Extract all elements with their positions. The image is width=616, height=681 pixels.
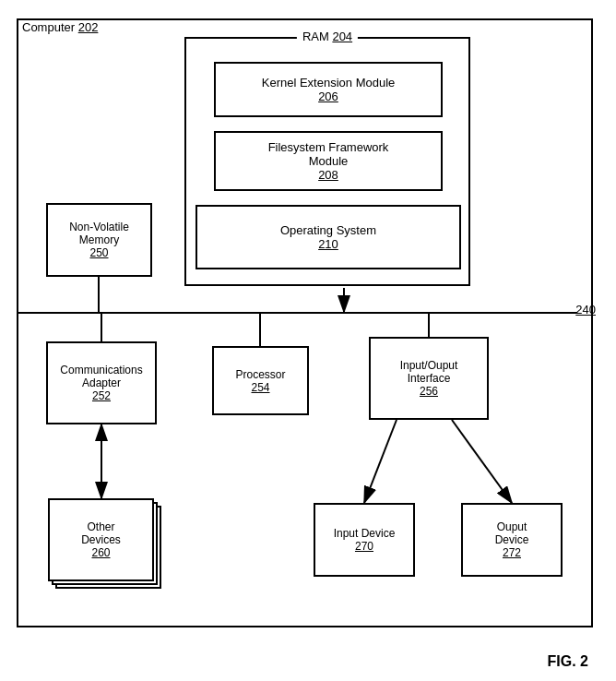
ram-num: 204: [332, 30, 352, 43]
io-text1: Input/Ouput: [400, 359, 458, 372]
other-devices-stack: Other Devices 260: [48, 498, 154, 581]
nvm-num: 250: [89, 246, 108, 259]
output-device-label: Ouput Device 272: [495, 520, 529, 559]
kernel-text: Kernel Extension Module: [262, 76, 396, 90]
input-device-num: 270: [355, 540, 373, 553]
diagram-container: Computer 202 RAM 204 Kernel Extension Mo…: [0, 0, 616, 681]
comm-label: Communications Adapter 252: [60, 364, 142, 402]
os-num: 210: [318, 237, 338, 251]
bus-line: [17, 312, 577, 314]
io-box: Input/Ouput Interface 256: [369, 337, 489, 420]
computer-text: Computer: [22, 20, 75, 34]
os-text: Operating System: [280, 223, 376, 237]
processor-num: 254: [251, 381, 269, 394]
kernel-num: 206: [318, 90, 338, 103]
fs-text1: Filesystem Framework: [268, 140, 389, 154]
other-devices-box: Other Devices 260: [48, 498, 154, 581]
nvm-text2: Memory: [79, 233, 119, 246]
other-devices-text1: Other: [87, 520, 114, 533]
ram-box: RAM 204 Kernel Extension Module 206 File…: [184, 37, 470, 286]
processor-text: Processor: [235, 368, 285, 381]
output-device-text1: Ouput: [497, 520, 527, 533]
filesystem-label: Filesystem Framework Module 208: [268, 140, 389, 182]
kernel-box: Kernel Extension Module 206: [214, 62, 443, 117]
bus-label: 240: [575, 303, 596, 317]
comm-adapter-box: Communications Adapter 252: [46, 341, 157, 424]
other-devices-num: 260: [91, 546, 110, 559]
os-box: Operating System 210: [195, 205, 461, 269]
input-device-box: Input Device 270: [314, 503, 415, 577]
fs-num: 208: [318, 168, 338, 182]
computer-num: 202: [78, 20, 99, 34]
fig-label: FIG. 2: [548, 653, 588, 670]
computer-label: Computer 202: [22, 20, 98, 34]
nvm-box: Non-Volatile Memory 250: [46, 203, 152, 277]
io-text2: Interface: [408, 372, 451, 385]
input-device-text: Input Device: [334, 527, 396, 540]
other-devices-text2: Devices: [81, 533, 121, 546]
output-device-text2: Device: [495, 533, 529, 546]
nvm-text1: Non-Volatile: [69, 221, 129, 233]
os-label: Operating System 210: [280, 223, 376, 251]
bus-num: 240: [575, 303, 596, 317]
comm-text2: Adapter: [82, 376, 121, 389]
other-devices-label: Other Devices 260: [81, 520, 121, 559]
filesystem-box: Filesystem Framework Module 208: [214, 131, 443, 191]
fs-text2: Module: [309, 154, 349, 168]
ram-text: RAM: [302, 30, 329, 43]
processor-label: Processor 254: [235, 368, 285, 394]
output-device-box: Ouput Device 272: [461, 503, 563, 577]
kernel-label: Kernel Extension Module 206: [262, 76, 396, 103]
io-num: 256: [420, 385, 438, 398]
input-device-label: Input Device 270: [334, 527, 396, 553]
nvm-label: Non-Volatile Memory 250: [69, 221, 129, 259]
processor-box: Processor 254: [212, 346, 309, 415]
output-device-num: 272: [503, 546, 521, 559]
comm-num: 252: [92, 389, 111, 402]
comm-text1: Communications: [60, 364, 142, 376]
ram-label: RAM 204: [297, 30, 358, 43]
io-label: Input/Ouput Interface 256: [400, 359, 458, 398]
fig-text: FIG. 2: [548, 653, 588, 669]
